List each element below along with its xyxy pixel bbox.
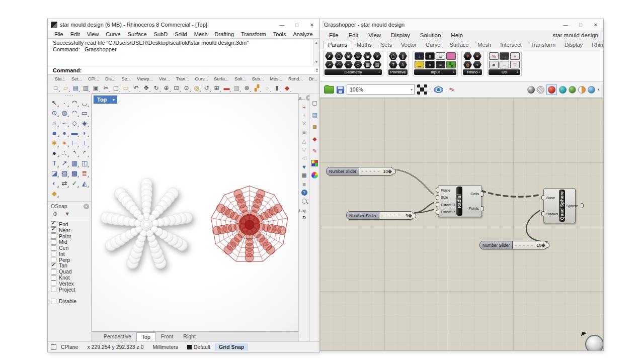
slider-grip[interactable]: [388, 169, 392, 173]
palette-tool-icon[interactable]: ▬: [69, 128, 79, 138]
expand-icon[interactable]: +: [452, 70, 455, 74]
toolbar-icon[interactable]: ○: [262, 83, 272, 93]
palette-tool-icon[interactable]: ◡: [79, 98, 90, 108]
toolbar-icon[interactable]: ▮: [272, 83, 282, 93]
component-output[interactable]: Cells: [463, 192, 479, 196]
gh-component-icon[interactable]: A: [398, 61, 407, 68]
palette-tool-icon[interactable]: ⊢: [69, 138, 79, 148]
zoom-select[interactable]: 106%▾: [347, 84, 415, 95]
layers-tool-icon[interactable]: +: [301, 111, 307, 120]
gh-tab[interactable]: Sets: [376, 41, 396, 49]
toolbar-icon[interactable]: ⊙: [182, 83, 191, 93]
palette-tool-icon[interactable]: ◝: [69, 148, 79, 158]
palette-tool-icon[interactable]: ↗: [59, 158, 69, 168]
toolbar-tab[interactable]: Visi...: [156, 76, 173, 82]
gh-component-icon[interactable]: ✶: [473, 52, 481, 60]
layers-footer-label[interactable]: Lay...: [299, 205, 309, 213]
minimize-button[interactable]: —: [558, 19, 573, 30]
scroll-up-icon[interactable]: ▲: [315, 39, 318, 46]
rhino-menu-item[interactable]: Mesh: [191, 31, 211, 37]
toolbar-tab[interactable]: Curv...: [192, 76, 211, 82]
swatches-panel-icon[interactable]: [311, 160, 318, 166]
rhino-menu-item[interactable]: Analyze: [289, 31, 316, 37]
osnap-row[interactable]: Knot: [51, 275, 89, 281]
toolbar-tab[interactable]: Rend...: [285, 76, 306, 82]
gh-component-icon[interactable]: ▣: [363, 52, 372, 60]
component-input[interactable]: Size: [441, 195, 455, 200]
palette-grip[interactable]: ••••: [48, 94, 91, 98]
osnap-checkbox[interactable]: [51, 239, 56, 245]
number-slider-2[interactable]: Number Slider 9: [346, 211, 414, 220]
expand-icon[interactable]: +: [404, 70, 406, 74]
osnap-row[interactable]: Quad: [51, 268, 89, 275]
toolbar-tab[interactable]: Soli...: [231, 76, 249, 82]
component-output[interactable]: Sphere: [566, 204, 578, 208]
preview-quality-medium-icon[interactable]: [569, 86, 576, 94]
gh-menu-item[interactable]: View: [363, 32, 386, 38]
gh-component-icon[interactable]: ●: [425, 61, 435, 68]
preview-eye-icon[interactable]: [434, 86, 443, 93]
palette-tool-icon[interactable]: ▩: [69, 168, 79, 178]
gh-tab[interactable]: Maths: [352, 41, 376, 49]
status-cplane[interactable]: CPlane: [56, 344, 83, 350]
gh-menu-item[interactable]: Help: [446, 32, 468, 38]
toolbar-tab[interactable]: Dis...: [102, 76, 119, 82]
osnap-checkbox[interactable]: [51, 227, 56, 233]
osnap-row[interactable]: End: [51, 221, 89, 227]
slider-grip[interactable]: [408, 213, 412, 217]
palette-tool-icon[interactable]: ●: [59, 128, 69, 138]
rhino-menu-item[interactable]: Transform: [237, 31, 270, 37]
search-icon[interactable]: [302, 199, 307, 204]
toolbar-icon[interactable]: □: [51, 83, 60, 93]
preview-quality-full-icon[interactable]: [588, 86, 595, 94]
chevron-icon[interactable]: ·: [446, 87, 447, 92]
palette-tool-icon[interactable]: T: [49, 158, 59, 168]
palette-tool-icon[interactable]: ✶: [59, 138, 69, 148]
save-document-icon[interactable]: [337, 86, 344, 94]
osnap-checkbox[interactable]: [51, 275, 56, 281]
component-input[interactable]: Extent P: [441, 210, 455, 214]
slider-track[interactable]: 10: [359, 167, 393, 175]
osnap-row[interactable]: Vertex: [51, 281, 89, 287]
expand-icon[interactable]: +: [516, 70, 519, 74]
color-wheel-icon[interactable]: [311, 172, 318, 178]
expand-icon[interactable]: +: [478, 70, 480, 74]
minimize-button[interactable]: —: [274, 19, 289, 30]
osnap-row[interactable]: Tan: [51, 263, 89, 269]
preview-mesh-settings-icon[interactable]: [527, 86, 535, 94]
toolbar-icon[interactable]: ⊡: [172, 83, 181, 93]
layers-tool-icon[interactable]: ≡: [301, 179, 307, 188]
toolbar-tab[interactable]: Sub...: [249, 76, 267, 82]
rhino-menu-item[interactable]: View: [84, 31, 103, 37]
panel-tab-icon[interactable]: ◆: [312, 133, 317, 145]
chevron-down-icon[interactable]: ▼: [110, 96, 117, 103]
gh-menu-item[interactable]: Edit: [344, 32, 364, 38]
gh-component-icon[interactable]: ▤: [373, 61, 381, 68]
toolbar-tab[interactable]: Viewp...: [134, 76, 156, 82]
gh-component-icon[interactable]: [446, 52, 456, 60]
osnap-checkbox[interactable]: [51, 263, 56, 268]
layers-tool-icon[interactable]: ▦: [301, 171, 307, 179]
palette-tool-icon[interactable]: ∴: [59, 148, 69, 158]
open-document-icon[interactable]: [324, 86, 334, 94]
gh-component-icon[interactable]: ≣: [436, 52, 445, 60]
osnap-checkbox[interactable]: [51, 287, 56, 292]
viewport-top[interactable]: Top ▼: [92, 94, 298, 332]
gh-menu-item[interactable]: File: [324, 32, 344, 38]
palette-tool-icon[interactable]: ◆: [49, 188, 59, 198]
toolbar-icon[interactable]: ▞: [252, 83, 262, 93]
osnap-tab-snaps-icon[interactable]: ⊕: [53, 211, 57, 217]
toolbar-icon[interactable]: ◎: [192, 83, 201, 93]
palette-tool-icon[interactable]: ▦: [69, 158, 79, 168]
layers-tool-icon[interactable]: △: [301, 137, 307, 145]
panel-grip[interactable]: ⋮⋮: [49, 46, 53, 50]
rhino-menu-item[interactable]: Render: [316, 31, 319, 37]
panel-tab-icon[interactable]: ≣: [312, 121, 317, 133]
number-slider-1[interactable]: Number Slider 10: [326, 167, 394, 175]
toolbar-tab[interactable]: Mes...: [267, 76, 285, 82]
osnap-checkbox[interactable]: [51, 233, 56, 239]
gh-component-icon[interactable]: %: [489, 52, 499, 60]
toolbar-icon[interactable]: ▤: [71, 83, 80, 93]
toolbar-icon[interactable]: ⊚: [242, 83, 252, 93]
rhino-menu-item[interactable]: Drafting: [211, 31, 238, 37]
